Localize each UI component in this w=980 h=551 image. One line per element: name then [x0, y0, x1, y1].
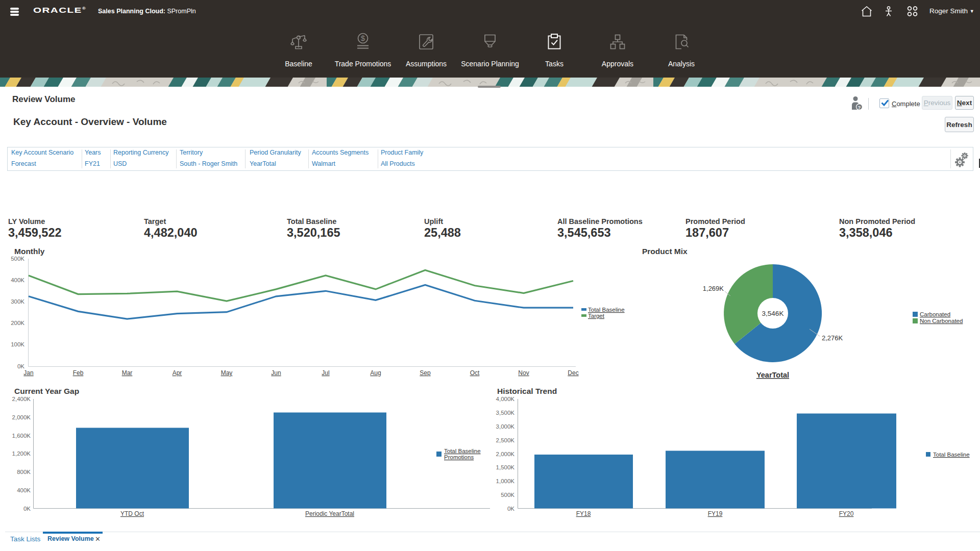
svg-text:FY20: FY20 [839, 510, 854, 517]
svg-text:Feb: Feb [73, 369, 84, 377]
svg-text:500K: 500K [11, 256, 24, 262]
svg-text:Dec: Dec [568, 369, 578, 377]
svg-text:Oct: Oct [470, 369, 480, 377]
svg-text:1,200K: 1,200K [12, 450, 31, 457]
svg-text:Promotions: Promotions [444, 454, 474, 460]
svg-text:?: ? [858, 105, 861, 110]
svg-text:0K: 0K [17, 363, 24, 369]
svg-text:1,600K: 1,600K [12, 433, 31, 439]
svg-text:4,000K: 4,000K [496, 396, 515, 402]
svg-text:1,000K: 1,000K [496, 478, 515, 484]
svg-text:Jun: Jun [271, 369, 281, 377]
svg-text:1,269K: 1,269K [703, 285, 724, 292]
svg-text:Total Baseline: Total Baseline [933, 452, 970, 458]
svg-text:Mar: Mar [122, 369, 133, 377]
svg-text:YTD Oct: YTD Oct [120, 510, 144, 517]
svg-text:800K: 800K [17, 469, 31, 475]
svg-text:3,546K: 3,546K [762, 310, 784, 317]
svg-text:400K: 400K [11, 277, 24, 283]
svg-text:Sep: Sep [420, 369, 431, 377]
svg-text:2,000K: 2,000K [496, 451, 515, 457]
svg-text:Target: Target [588, 313, 605, 319]
svg-text:100K: 100K [11, 341, 24, 347]
svg-text:1,500K: 1,500K [496, 464, 515, 470]
svg-text:2,500K: 2,500K [496, 437, 515, 443]
svg-text:YearTotal: YearTotal [756, 371, 789, 379]
svg-text:2,276K: 2,276K [822, 334, 843, 342]
svg-text:FY18: FY18 [576, 510, 591, 517]
svg-text:0K: 0K [23, 506, 31, 512]
svg-text:Nov: Nov [518, 369, 529, 377]
svg-text:$: $ [361, 34, 365, 42]
svg-text:Total Baseline: Total Baseline [444, 448, 481, 454]
svg-text:2,400K: 2,400K [12, 396, 31, 402]
svg-text:3,000K: 3,000K [496, 423, 515, 430]
svg-text:Non Carbonated: Non Carbonated [920, 318, 963, 324]
svg-text:Total Baseline: Total Baseline [588, 307, 625, 313]
svg-text:300K: 300K [11, 298, 24, 305]
svg-text:0K: 0K [507, 506, 514, 512]
svg-text:200K: 200K [11, 320, 24, 326]
svg-text:FY19: FY19 [708, 510, 723, 517]
svg-text:Jul: Jul [322, 369, 329, 377]
svg-text:Periodic YearTotal: Periodic YearTotal [305, 510, 354, 517]
svg-text:Carbonated: Carbonated [920, 311, 950, 317]
svg-text:Aug: Aug [370, 369, 381, 377]
svg-text:Jan: Jan [23, 369, 33, 377]
svg-text:3,500K: 3,500K [496, 410, 515, 416]
svg-text:500K: 500K [501, 492, 514, 498]
svg-text:2,000K: 2,000K [12, 414, 31, 420]
svg-text:400K: 400K [17, 487, 31, 493]
svg-text:Apr: Apr [173, 369, 182, 377]
svg-text:May: May [221, 369, 233, 377]
